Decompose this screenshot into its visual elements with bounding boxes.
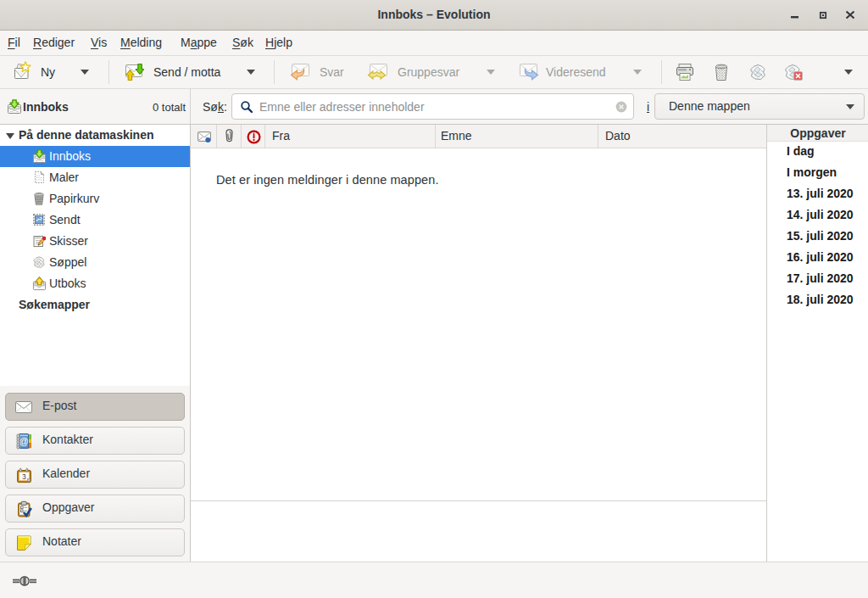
svg-text:@: @ [19, 436, 29, 446]
svg-text:3: 3 [22, 472, 26, 481]
